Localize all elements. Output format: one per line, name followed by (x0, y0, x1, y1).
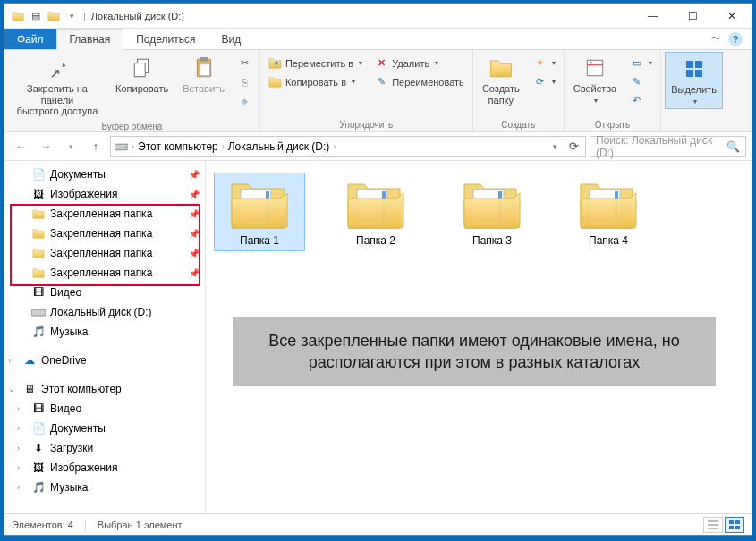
help-icon[interactable]: ? (728, 32, 743, 46)
properties-button[interactable]: Свойства ▾ (568, 52, 622, 107)
pin-icon: 📌 (189, 209, 200, 219)
ribbon-group-open: Свойства ▾ ▭▾ ✎ ↶ Открыть (565, 50, 661, 131)
content-area[interactable]: Папка 1 Папка 2 Папка 3 Папка 4 Все закр… (206, 161, 752, 513)
drive-icon (31, 305, 46, 319)
folder-label: Папка 4 (589, 234, 628, 247)
rename-button[interactable]: ✎Переименовать (370, 73, 469, 90)
folder-item[interactable]: Папка 3 (447, 173, 537, 250)
chevron-right-icon[interactable]: › (17, 444, 20, 452)
refresh-button[interactable]: ⟳ (565, 136, 582, 157)
open-icon: ▭ (630, 56, 643, 70)
nav-pc-pictures[interactable]: ›🖼Изображения (4, 458, 205, 478)
chevron-right-icon[interactable]: › (8, 356, 11, 365)
ribbon-collapse-icon[interactable]: 〜 (710, 31, 721, 46)
paste-icon (191, 55, 217, 81)
ribbon-group-clipboard: Закрепить на панели быстрого доступа Коп… (4, 50, 260, 131)
nav-pc-downloads[interactable]: ›⬇Загрузки (4, 438, 205, 458)
onedrive-icon: ☁ (22, 353, 37, 368)
video-icon: 🎞 (31, 402, 46, 416)
copy-button[interactable]: Копировать (110, 52, 174, 97)
maximize-button[interactable]: ☐ (673, 4, 712, 29)
select-button[interactable]: Выделить ▾ (665, 52, 723, 109)
nav-pinned-folder[interactable]: Закрепленная папка📌 (4, 243, 205, 263)
paste-shortcut-button[interactable]: ⎆ (234, 92, 256, 109)
nav-pictures[interactable]: 🖼Изображения📌 (4, 184, 205, 204)
minimize-button[interactable]: — (633, 4, 673, 29)
music-icon: 🎵 (31, 480, 46, 495)
nav-pc-music[interactable]: ›🎵Музыка (4, 478, 205, 497)
nav-pc-video[interactable]: ›🎞Видео (4, 399, 205, 418)
edit-button[interactable]: ✎ (625, 73, 657, 90)
cut-button[interactable]: ✂ (234, 55, 256, 72)
chevron-down-icon[interactable]: ⌄ (8, 385, 15, 393)
back-button[interactable]: ← (10, 136, 31, 157)
new-item-button[interactable]: ✦▾ (529, 55, 560, 72)
status-count: Элементов: 4 (12, 520, 73, 530)
forward-button[interactable]: → (35, 136, 56, 157)
pin-icon: 📌 (189, 229, 200, 239)
nav-this-pc[interactable]: ⌄🖥Этот компьютер (4, 379, 205, 399)
recent-button[interactable]: ▾ (60, 136, 81, 157)
tab-share[interactable]: Поделиться (123, 29, 208, 49)
tab-file[interactable]: Файл (4, 29, 56, 49)
ribbon-group-select: Выделить ▾ (661, 50, 726, 131)
address-bar[interactable]: › Этот компьютер › Локальный диск (D:) ›… (110, 136, 586, 157)
view-icons-button[interactable] (725, 517, 744, 533)
open-button[interactable]: ▭▾ (625, 55, 657, 72)
nav-documents[interactable]: 📄Документы📌 (4, 165, 205, 184)
history-button[interactable]: ↶ (625, 92, 657, 109)
easy-access-button[interactable]: ⟳▾ (529, 73, 560, 90)
nav-pinned-folder[interactable]: Закрепленная папка📌 (4, 263, 205, 283)
breadcrumb-drive-d[interactable]: Локальный диск (D:) (228, 140, 330, 153)
tab-home[interactable]: Главная (56, 29, 124, 50)
addr-dropdown-icon[interactable]: ▾ (548, 136, 562, 157)
pin-icon (44, 55, 71, 81)
nav-video[interactable]: 🎞Видео (4, 283, 205, 302)
properties-icon[interactable]: ▤ (30, 10, 42, 22)
move-to-button[interactable]: Переместить в▾ (264, 55, 367, 72)
search-icon: 🔍 (726, 140, 740, 153)
copy-path-button[interactable]: ⎘ (234, 73, 256, 90)
paste-button[interactable]: Вставить (177, 52, 230, 97)
copy-to-button[interactable]: Копировать в▾ (264, 73, 367, 90)
breadcrumb-this-pc[interactable]: Этот компьютер (138, 140, 218, 153)
svg-point-8 (590, 62, 592, 63)
status-selected: Выбран 1 элемент (98, 520, 183, 530)
pin-quickaccess-button[interactable]: Закрепить на панели быстрого доступа (8, 52, 106, 120)
ribbon-group-new: Создать папку ✦▾ ⟳▾ Создать (473, 50, 565, 131)
folder-icon (31, 207, 46, 221)
nav-onedrive[interactable]: ›☁OneDrive (4, 351, 205, 370)
nav-pinned-folder[interactable]: Закрепленная папка📌 (4, 204, 205, 224)
annotation-text: Все закрепленные папки имеют одинаковые … (233, 317, 716, 386)
chevron-right-icon[interactable]: › (17, 404, 20, 413)
new-folder-button[interactable]: Создать папку (477, 52, 525, 108)
search-placeholder: Поиск: Локальный диск (D:) (596, 134, 726, 159)
close-button[interactable]: ✕ (712, 4, 752, 29)
up-button[interactable]: ↑ (85, 136, 106, 157)
svg-rect-12 (695, 70, 702, 77)
group-label-clipboard: Буфер обмена (8, 120, 256, 133)
chevron-right-icon[interactable]: › (17, 424, 20, 433)
ribbon: Закрепить на панели быстрого доступа Коп… (4, 50, 752, 132)
pictures-icon: 🖼 (31, 187, 46, 201)
nav-music[interactable]: 🎵Музыка (4, 322, 205, 342)
pin-icon: 📌 (189, 190, 200, 199)
nav-pc-docs[interactable]: ›📄Документы (4, 418, 205, 438)
qat-overflow-icon[interactable]: ▾ (65, 10, 78, 22)
nav-local-d[interactable]: Локальный диск (D:) (4, 302, 205, 322)
pin-icon: 📌 (189, 170, 200, 180)
ribbon-tabs: Файл Главная Поделиться Вид 〜 ? (4, 29, 752, 50)
chevron-right-icon[interactable]: › (17, 463, 20, 472)
folder-item[interactable]: Папка 4 (564, 173, 653, 250)
folder-icon (31, 266, 46, 280)
chevron-right-icon[interactable]: › (17, 483, 20, 492)
tab-view[interactable]: Вид (208, 29, 254, 49)
delete-button[interactable]: ✕Удалить▾ (370, 55, 469, 72)
new-folder-icon[interactable] (47, 10, 60, 22)
folder-item[interactable]: Папка 1 (215, 173, 304, 250)
svg-rect-7 (587, 60, 602, 75)
folder-item[interactable]: Папка 2 (331, 173, 420, 250)
nav-pinned-folder[interactable]: Закрепленная папка📌 (4, 224, 205, 243)
search-box[interactable]: Поиск: Локальный диск (D:) 🔍 (590, 136, 746, 157)
view-details-button[interactable] (703, 517, 723, 533)
